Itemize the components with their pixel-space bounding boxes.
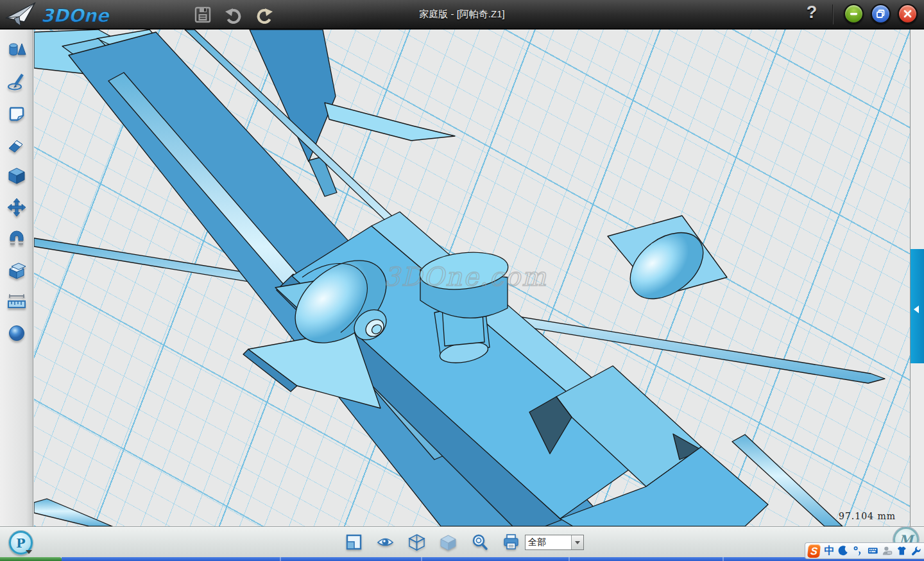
user-icon[interactable] xyxy=(882,545,893,557)
primitives-icon[interactable] xyxy=(7,40,26,60)
visibility-eye-icon[interactable] xyxy=(377,533,394,551)
os-taskbar xyxy=(0,557,924,561)
measurement-readout: 97.104 mm xyxy=(839,511,896,521)
moon-icon[interactable] xyxy=(838,545,849,557)
restore-button[interactable] xyxy=(871,4,891,24)
view-layout-icon[interactable] xyxy=(345,533,363,551)
close-button[interactable] xyxy=(898,4,918,24)
select-dropdown-button[interactable] xyxy=(571,535,583,549)
badge-dropdown-caret[interactable] xyxy=(26,550,32,554)
task-separator xyxy=(421,557,422,561)
zoom-icon[interactable] xyxy=(471,533,488,551)
task-separator xyxy=(569,557,570,561)
title-bar: 3DOne 家庭版 - [阿帕奇.Z1] ? xyxy=(0,0,924,30)
feature-cube-icon[interactable] xyxy=(7,166,26,186)
right-panel-strip xyxy=(910,30,924,526)
window-controls xyxy=(844,4,918,24)
trim-icon[interactable] xyxy=(7,135,26,154)
left-toolbar xyxy=(0,30,33,526)
sogou-logo[interactable]: S xyxy=(807,544,821,558)
chevron-left-icon xyxy=(914,306,919,313)
wireframe-display-icon[interactable] xyxy=(408,533,425,551)
help-button[interactable]: ? xyxy=(803,3,820,22)
print-icon[interactable] xyxy=(502,533,520,551)
titlebar-separator xyxy=(832,4,834,24)
punctuation-icon[interactable] xyxy=(853,545,864,557)
ime-toolbar: S 中 xyxy=(805,542,924,559)
minimize-button[interactable] xyxy=(844,4,864,24)
move-icon[interactable] xyxy=(7,198,26,217)
keyboard-icon[interactable] xyxy=(868,545,878,557)
measure-icon[interactable] xyxy=(7,292,26,311)
task-separator xyxy=(723,557,724,561)
view-tools xyxy=(345,533,520,551)
main-area: 3DOne.com 97.104 mm xyxy=(0,30,924,526)
snap-magnet-icon[interactable] xyxy=(7,229,26,248)
start-button[interactable] xyxy=(0,557,62,561)
assembly-icon[interactable] xyxy=(7,261,26,280)
close-icon xyxy=(903,9,912,19)
minimize-icon xyxy=(849,9,859,19)
shirt-icon[interactable] xyxy=(896,545,907,557)
sketch-draw-icon[interactable] xyxy=(7,72,26,91)
panel-expand-tab[interactable] xyxy=(911,249,924,363)
shaded-display-icon[interactable] xyxy=(440,533,457,551)
sketch-plane-icon[interactable] xyxy=(7,103,26,123)
window-title: 家庭版 - [阿帕奇.Z1] xyxy=(0,0,924,30)
ime-mode-chinese[interactable]: 中 xyxy=(824,544,834,558)
display-filter-value: 全部 xyxy=(526,535,571,549)
wrench-icon[interactable] xyxy=(911,545,921,557)
taskbar-tasks[interactable] xyxy=(62,557,924,561)
restore-icon xyxy=(876,9,886,19)
viewport-3d[interactable]: 3DOne.com 97.104 mm xyxy=(34,30,910,526)
task-separator xyxy=(280,557,281,561)
chevron-down-icon xyxy=(575,541,580,544)
bottom-toolbar: P xyxy=(0,526,924,557)
display-filter-select[interactable]: 全部 xyxy=(525,535,584,550)
material-sphere-icon[interactable] xyxy=(7,324,26,343)
helicopter-model xyxy=(34,30,910,526)
